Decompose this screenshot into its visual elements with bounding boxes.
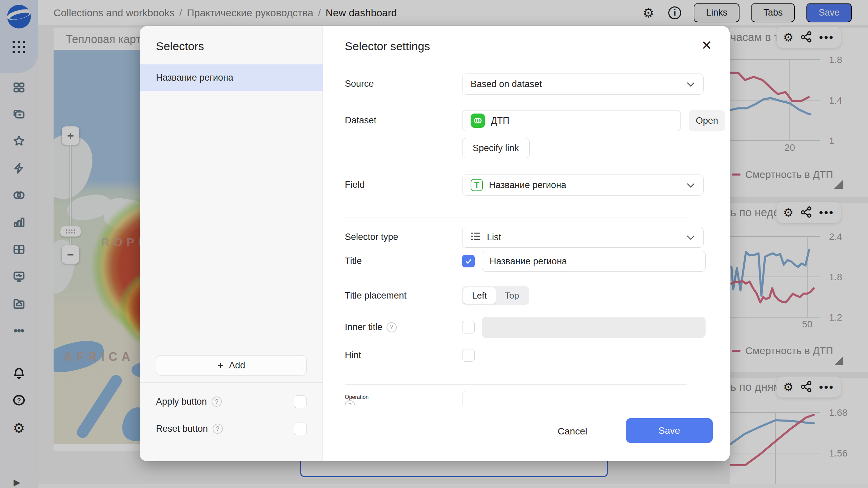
- source-row: Source Based on dataset: [345, 74, 687, 95]
- field-label: Field: [345, 180, 365, 190]
- help-question-icon[interactable]: ?: [213, 424, 223, 434]
- inner-title-input: [482, 317, 706, 338]
- selector-type-row: Selector type List: [345, 227, 687, 248]
- chevron-down-icon: [686, 79, 695, 89]
- title-label: Title: [345, 256, 362, 266]
- dataset-row: Dataset ДТП Open: [345, 110, 687, 131]
- title-placement-label: Title placement: [345, 290, 407, 301]
- title-input[interactable]: Название региона: [482, 251, 706, 272]
- source-select[interactable]: Based on dataset: [462, 74, 704, 95]
- title-row: Title Название региона: [345, 251, 687, 272]
- inner-title-label: Inner title ?: [345, 322, 397, 332]
- selector-list-item[interactable]: Название региона: [140, 64, 323, 91]
- add-selector-button[interactable]: + Add: [156, 355, 307, 375]
- chevron-down-icon: [686, 232, 695, 243]
- panel-divider: [140, 382, 323, 383]
- dialog-save-button[interactable]: Save: [626, 418, 713, 443]
- hint-label: Hint: [345, 350, 361, 361]
- operation-select[interactable]: [462, 391, 687, 405]
- help-question-icon[interactable]: ?: [212, 396, 222, 407]
- apply-button-row: Apply button ?: [156, 395, 307, 408]
- selector-settings-panel: Selector settings ✕ Source Based on data…: [323, 26, 730, 461]
- specify-link-button[interactable]: Specify link: [462, 138, 530, 158]
- form-divider: [345, 384, 687, 385]
- chevron-down-icon: [686, 180, 695, 190]
- close-icon[interactable]: ✕: [701, 39, 712, 52]
- apply-button-label: Apply button: [156, 396, 207, 407]
- source-label: Source: [345, 79, 374, 89]
- dataset-icon: [471, 114, 485, 128]
- form-divider: [345, 218, 687, 218]
- field-select[interactable]: T Название региона: [462, 175, 704, 196]
- dataset-label: Dataset: [345, 115, 376, 126]
- placement-left-option[interactable]: Left: [463, 287, 496, 304]
- datalens-dashboard-page: Collections and workbooks / Практические…: [0, 0, 868, 488]
- operation-label: Operation ?: [345, 394, 369, 405]
- help-question-icon[interactable]: ?: [345, 400, 355, 405]
- selectors-panel: Selectors Название региона + Add Apply b…: [140, 26, 323, 461]
- cancel-button[interactable]: Cancel: [558, 426, 587, 437]
- selectors-panel-title: Selectors: [156, 40, 204, 53]
- placement-top-option[interactable]: Top: [496, 287, 528, 304]
- reset-button-row: Reset button ?: [156, 422, 307, 435]
- selector-type-select[interactable]: List: [462, 227, 704, 248]
- dataset-select[interactable]: ДТП: [462, 110, 681, 131]
- hint-checkbox[interactable]: [462, 349, 475, 362]
- plus-icon: +: [217, 359, 224, 372]
- title-placement-row: Title placement Left Top: [345, 286, 687, 305]
- open-dataset-button[interactable]: Open: [689, 110, 725, 131]
- list-icon: [471, 232, 481, 243]
- reset-button-checkbox[interactable]: [294, 423, 307, 435]
- title-placement-segmented: Left Top: [462, 286, 529, 305]
- operation-row-clipped: Operation ?: [345, 389, 687, 405]
- apply-button-checkbox[interactable]: [294, 395, 307, 408]
- specify-link-row: Specify link: [345, 138, 687, 158]
- inner-title-checkbox[interactable]: [462, 321, 475, 333]
- hint-row: Hint: [345, 349, 687, 363]
- help-question-icon[interactable]: ?: [387, 322, 397, 332]
- inner-title-row: Inner title ?: [345, 317, 687, 338]
- selectors-dialog: Selectors Название региона + Add Apply b…: [140, 26, 730, 461]
- string-field-icon: T: [471, 179, 483, 191]
- dialog-footer: Cancel Save: [323, 412, 730, 461]
- title-checkbox[interactable]: [462, 255, 475, 267]
- selector-settings-title: Selector settings: [345, 40, 430, 53]
- reset-button-label: Reset button: [156, 424, 208, 434]
- chevron-down-icon: [686, 396, 687, 405]
- selector-type-label: Selector type: [345, 232, 398, 242]
- field-row: Field T Название региона: [345, 175, 687, 196]
